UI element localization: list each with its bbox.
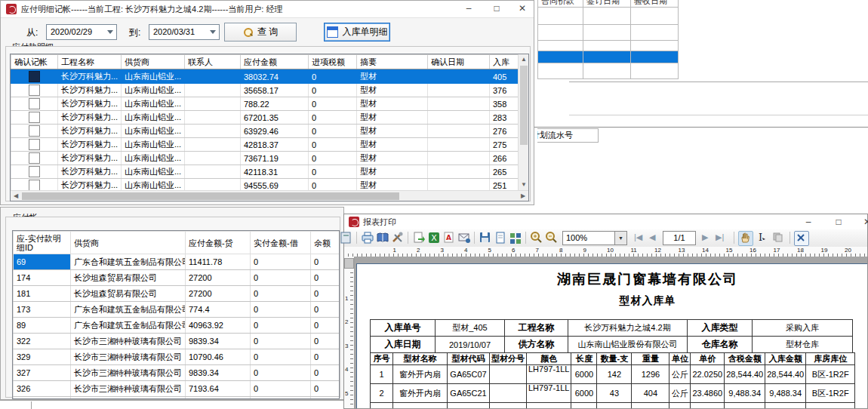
column-header[interactable]: 应付金额	[241, 55, 309, 69]
confirm-checkbox[interactable]	[29, 98, 40, 109]
column-header[interactable]: 应-实付款明细ID	[14, 232, 71, 254]
table-row[interactable]: 329长沙市三湘特种玻璃有限公司10790.4600	[14, 349, 340, 365]
vertical-scrollbar[interactable]: ▲ ▼	[518, 54, 529, 190]
excel-export-icon[interactable]: X	[427, 231, 441, 244]
minimize-button[interactable]: –	[797, 214, 820, 230]
page-indicator-input[interactable]: 1/1	[663, 231, 696, 245]
ruler-number: 12	[654, 247, 661, 254]
column-header[interactable]: 联系人	[185, 55, 241, 69]
book-icon[interactable]	[376, 231, 389, 244]
pdf-export-icon[interactable]: A	[442, 231, 456, 244]
table-row[interactable]: 长沙万科魅力...山东南山铝业...63929.460型材276	[11, 125, 519, 138]
column-header[interactable]: 摘要	[357, 55, 428, 69]
table-row[interactable]	[538, 8, 679, 25]
confirm-checkbox[interactable]	[29, 125, 40, 137]
confirm-checkbox[interactable]	[29, 112, 40, 123]
table-row[interactable]: 长沙万科魅力...山东南山铝业...35658.170型材376	[11, 84, 519, 97]
table-row[interactable]: 长沙万科魅力...山东南山铝业...94555.690型材251	[11, 179, 519, 191]
confirm-checkbox[interactable]	[29, 139, 40, 150]
table-row[interactable]: 173广东合和建筑五金制品有限公司774.400	[14, 302, 340, 318]
column-header[interactable]: 确认日期	[428, 55, 490, 69]
page-setup-icon[interactable]	[338, 231, 352, 244]
query-button[interactable]: 查 询	[224, 23, 297, 42]
from-date-combo[interactable]: 2020/02/29	[46, 24, 117, 40]
copy-page-icon[interactable]	[771, 231, 785, 244]
table-row[interactable]: 181长沙坦森贸易有限公司2720000	[14, 286, 340, 302]
column-header[interactable]: 应付金额-贷	[186, 232, 251, 254]
save-icon[interactable]	[479, 231, 492, 244]
table-row[interactable]: 长沙万科魅力...山东南山铝业...38032.740型材405	[11, 70, 519, 84]
cell: 型材名称	[393, 353, 448, 365]
options-icon[interactable]	[391, 231, 405, 244]
export-icon[interactable]	[412, 231, 426, 244]
next-page-icon[interactable]: ▶	[702, 232, 708, 242]
table-row[interactable]: 长沙万科魅力...山东南山铝业...73671.190型材266	[11, 152, 519, 165]
cell: 0	[251, 334, 311, 349]
confirm-checkbox[interactable]	[29, 152, 40, 164]
close-preview-icon[interactable]	[794, 231, 809, 246]
column-header[interactable]: 入库	[490, 55, 519, 69]
confirm-checkbox[interactable]	[29, 166, 40, 177]
table-row[interactable]	[538, 41, 679, 51]
table-row[interactable]: 327长沙市三湘特种玻璃有限公司9839.3400	[14, 365, 340, 381]
table-row[interactable]	[538, 25, 679, 41]
column-header[interactable]: 确认记帐	[11, 55, 58, 69]
titlebar[interactable]: 应付明细记帐------当前工程: 长沙万科魅力之城4.2期------当前用户…	[1, 1, 534, 18]
column-header[interactable]: 供货商	[71, 232, 186, 254]
confirm-checkbox[interactable]	[29, 85, 40, 96]
close-button[interactable]: ✕	[511, 1, 534, 17]
zoom-level-combo[interactable]: 100%▼	[562, 231, 627, 245]
scroll-thumb[interactable]	[22, 192, 399, 200]
to-date-combo[interactable]: 2020/03/31	[149, 24, 220, 40]
inbound-detail-button[interactable]: 入库单明细	[324, 23, 390, 42]
maximize-button[interactable]: □	[827, 214, 850, 230]
horizontal-scrollbar[interactable]: ◀ ▶	[11, 190, 528, 201]
first-page-icon[interactable]: |◀	[634, 232, 642, 242]
minimize-button[interactable]: –	[457, 1, 480, 17]
table-row[interactable]: 长沙万科魅力...山东南山铝业...788.220型材358	[11, 97, 519, 111]
scroll-up-icon[interactable]: ▲	[519, 54, 529, 65]
column-header[interactable]: 实付金额-借	[251, 232, 311, 254]
ruler-number: 19	[821, 247, 828, 254]
table-row[interactable]: 69广东合和建筑五金制品有限公司11411.7800	[14, 254, 340, 270]
scroll-left-icon[interactable]: ◀	[11, 191, 21, 201]
table-row[interactable]: 89广东合和建筑五金制品有限公司40963.9200	[14, 318, 340, 334]
close-button[interactable]: ✕	[856, 214, 868, 230]
confirm-checkbox[interactable]	[29, 180, 40, 190]
print-icon[interactable]	[361, 231, 374, 244]
prev-page-icon[interactable]: ◀	[649, 232, 655, 242]
report-preview-area[interactable]: 123456 湖南巨晟门窗幕墙有限公司 型材入库单 入库单号型材_405工程名称…	[344, 257, 867, 408]
cell: 型材分号	[490, 353, 527, 365]
table-row[interactable]: 长沙万科魅力...山东南山铝业...42818.370型材275	[11, 138, 519, 152]
zoom-out-icon[interactable]	[545, 231, 559, 244]
confirm-checkbox[interactable]	[29, 71, 40, 82]
table-row[interactable]	[538, 51, 679, 63]
email-icon[interactable]	[457, 231, 471, 244]
text-select-icon[interactable]: I	[755, 231, 768, 244]
column-header[interactable]: 进项税额	[309, 55, 357, 69]
cell	[185, 111, 241, 125]
cell: 工程名称	[505, 320, 568, 337]
scroll-down-icon[interactable]: ▼	[519, 180, 529, 190]
last-page-icon[interactable]: ▶|	[716, 232, 724, 242]
scroll-right-icon[interactable]: ▶	[518, 191, 528, 201]
table-row[interactable]	[538, 63, 679, 79]
grid-view-icon[interactable]	[509, 231, 522, 244]
column-header[interactable]: 余额	[311, 232, 340, 254]
column-header[interactable]: 供货商	[122, 55, 185, 69]
ruler-number: 4	[464, 247, 467, 254]
table-row[interactable]: 325长沙市三湘特种玻璃有限公司9839.3400	[14, 397, 340, 400]
hand-tool-icon[interactable]	[738, 231, 753, 246]
table-row[interactable]: 326长沙市三湘特种玻璃有限公司7193.6400	[14, 381, 340, 397]
maximize-button[interactable]: □	[485, 1, 508, 17]
zoom-in-icon[interactable]	[530, 231, 543, 244]
page-view-icon[interactable]	[494, 231, 507, 244]
table-row[interactable]: 长沙万科魅力...山东南山铝业...67201.350型材283	[11, 111, 519, 125]
table-row[interactable]: 174长沙坦森贸易有限公司2720000	[14, 270, 340, 286]
table-row[interactable]: 322长沙市三湘特种玻璃有限公司9839.3400	[14, 334, 340, 349]
scroll-thumb[interactable]	[520, 66, 528, 145]
table-row[interactable]: 长沙万科魅力...山东南山铝业...42118.310型材265	[11, 165, 519, 179]
ruler-number: 11	[631, 247, 637, 254]
column-header[interactable]: 工程名称	[58, 55, 122, 69]
cell: 长沙市三湘特种玻璃有限公司	[71, 381, 186, 397]
